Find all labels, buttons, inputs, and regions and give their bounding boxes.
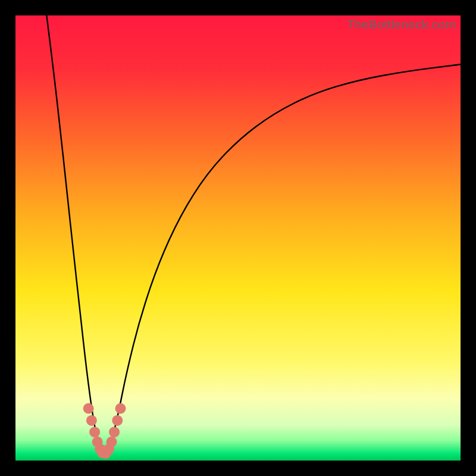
markers-group — [83, 403, 126, 459]
data-marker — [83, 403, 94, 414]
plot-area: TheBottleneck.com — [15, 15, 461, 461]
series-right-branch — [109, 64, 461, 452]
data-marker — [86, 415, 97, 426]
data-marker — [107, 437, 117, 447]
chart-svg — [15, 15, 461, 461]
chart-frame: TheBottleneck.com — [0, 0, 476, 476]
series-group — [46, 15, 461, 452]
data-marker — [115, 403, 126, 414]
data-marker — [89, 427, 100, 437]
watermark-label: TheBottleneck.com — [347, 17, 456, 32]
series-left-branch — [46, 15, 100, 452]
data-marker — [112, 415, 123, 426]
data-marker — [109, 427, 120, 437]
